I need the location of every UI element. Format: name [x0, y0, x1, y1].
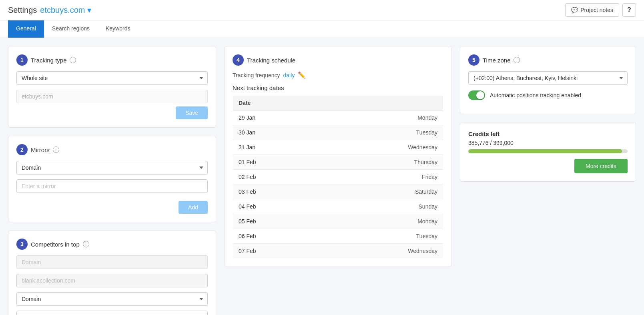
tab-search-regions[interactable]: Search regions: [44, 20, 98, 38]
date-cell: 29 Jan: [233, 110, 320, 125]
competitor2-type-select[interactable]: Domain: [16, 292, 208, 306]
section-tracking-schedule: 4 Tracking schedule Tracking frequency d…: [224, 46, 452, 267]
date-cell: 06 Feb: [233, 229, 320, 244]
main-content: 1 Tracking type i Whole site etcbuys.com…: [0, 38, 644, 315]
section4-title: Tracking schedule: [247, 57, 295, 64]
date-cell: 04 Feb: [233, 199, 320, 214]
section4-header: 4 Tracking schedule: [233, 54, 443, 66]
tracking-type-select[interactable]: Whole site: [16, 71, 208, 85]
chat-icon: 💬: [571, 7, 578, 13]
section2-title: Mirrors: [31, 146, 50, 153]
header-right: 💬 Project notes ?: [565, 3, 636, 17]
competitor1-input: [16, 274, 208, 287]
date-cell: 03 Feb: [233, 185, 320, 199]
mirrors-dropdown-group: Domain: [16, 161, 208, 175]
table-row: 07 Feb Wednesday: [233, 244, 443, 259]
auto-tracking-row: Automatic positions tracking enabled: [468, 90, 628, 100]
competitor1-input-group: [16, 274, 208, 287]
step1-badge: 1: [16, 54, 28, 66]
day-cell: Saturday: [320, 185, 443, 199]
section5-title: Time zone: [483, 57, 510, 64]
timezone-dropdown-group: (+02:00) Athens, Bucharest, Kyiv, Helsin…: [468, 71, 628, 85]
toggle-knob: [476, 91, 484, 99]
header-left: Settings etcbuys.com ▾: [8, 5, 91, 15]
day-cell: Tuesday: [320, 125, 443, 140]
auto-tracking-label: Automatic positions tracking enabled: [490, 92, 581, 98]
competitor2-input-group: [16, 311, 208, 315]
step4-badge: 4: [233, 54, 244, 66]
date-cell: 02 Feb: [233, 170, 320, 185]
tab-keywords-label: Keywords: [106, 25, 130, 32]
table-row: 05 Feb Monday: [233, 214, 443, 229]
edit-freq-icon[interactable]: ✏️: [298, 71, 306, 79]
day-cell: Wednesday: [320, 244, 443, 259]
tracking-freq-value: daily: [283, 72, 295, 78]
competitor1-dropdown-group: Domain: [16, 255, 208, 269]
day-cell: Friday: [320, 170, 443, 185]
domain-name: etcbuys.com: [40, 6, 85, 14]
tab-bar: General Search regions Keywords: [0, 20, 644, 38]
help-button[interactable]: ?: [622, 3, 636, 17]
domain-caret: ▾: [85, 6, 92, 14]
tab-keywords[interactable]: Keywords: [98, 20, 138, 38]
table-row: 30 Jan Tuesday: [233, 125, 443, 140]
tab-general-label: General: [16, 25, 36, 32]
right-column: 5 Time zone i (+02:00) Athens, Bucharest…: [460, 46, 636, 315]
credits-bar-fill: [468, 149, 622, 153]
credits-title: Credits left: [468, 130, 628, 137]
middle-column: 4 Tracking schedule Tracking frequency d…: [224, 46, 452, 315]
day-cell: Tuesday: [320, 229, 443, 244]
step3-badge: 3: [16, 239, 28, 250]
mirrors-type-select[interactable]: Domain: [16, 161, 208, 175]
section-timezone: 5 Time zone i (+02:00) Athens, Bucharest…: [460, 46, 636, 114]
section3-header: 3 Competitors in top i: [16, 239, 208, 250]
table-row: 01 Feb Thursday: [233, 155, 443, 170]
table-row: 03 Feb Saturday: [233, 185, 443, 199]
domain-selector[interactable]: etcbuys.com ▾: [40, 5, 91, 15]
section2-info-icon[interactable]: i: [53, 146, 59, 153]
step5-badge: 5: [468, 54, 479, 66]
section1-info-icon[interactable]: i: [70, 57, 76, 63]
section1-header: 1 Tracking type i: [16, 54, 208, 66]
section5-info-icon[interactable]: i: [514, 57, 520, 63]
tracking-type-group: Whole site: [16, 71, 208, 85]
section-tracking-type: 1 Tracking type i Whole site etcbuys.com…: [8, 46, 216, 128]
table-row: 06 Feb Tuesday: [233, 229, 443, 244]
date-cell: 05 Feb: [233, 214, 320, 229]
more-credits-button[interactable]: More credits: [574, 159, 628, 173]
col-day-header: [320, 96, 443, 110]
credits-value: 385,776 / 399,000: [468, 140, 628, 146]
auto-tracking-toggle[interactable]: [468, 90, 485, 100]
competitor2-input[interactable]: [16, 311, 208, 315]
section1-title: Tracking type: [31, 57, 66, 64]
date-cell: 30 Jan: [233, 125, 320, 140]
competitor2-dropdown-group: Domain: [16, 292, 208, 306]
day-cell: Wednesday: [320, 140, 443, 155]
project-notes-button[interactable]: 💬 Project notes: [565, 3, 619, 17]
save-button[interactable]: Save: [176, 106, 208, 119]
question-icon: ?: [627, 6, 631, 14]
mirror-input[interactable]: [16, 179, 208, 193]
day-cell: Thursday: [320, 155, 443, 170]
tab-general[interactable]: General: [8, 20, 44, 38]
header: Settings etcbuys.com ▾ 💬 Project notes ?: [0, 0, 644, 20]
section-competitors: 3 Competitors in top i Domain Domain: [8, 230, 216, 315]
left-column: 1 Tracking type i Whole site etcbuys.com…: [8, 46, 216, 315]
day-cell: Monday: [320, 110, 443, 125]
table-row: 29 Jan Monday: [233, 110, 443, 125]
section3-info-icon[interactable]: i: [83, 241, 89, 247]
table-row: 02 Feb Friday: [233, 170, 443, 185]
settings-title: Settings: [8, 6, 37, 15]
date-cell: 07 Feb: [233, 244, 320, 259]
timezone-select[interactable]: (+02:00) Athens, Bucharest, Kyiv, Helsin…: [468, 71, 628, 85]
credits-bar-background: [468, 149, 628, 153]
day-cell: Monday: [320, 214, 443, 229]
section2-header: 2 Mirrors i: [16, 144, 208, 155]
domain-display: etcbuys.com: [16, 90, 208, 103]
mirrors-add-button[interactable]: Add: [179, 201, 208, 214]
tab-search-regions-label: Search regions: [52, 25, 90, 32]
competitor1-type-select[interactable]: Domain: [16, 255, 208, 269]
mirror-input-group: [16, 179, 208, 193]
tracking-freq-label: Tracking frequency: [233, 72, 280, 78]
next-dates-label: Next tracking dates: [233, 84, 443, 91]
